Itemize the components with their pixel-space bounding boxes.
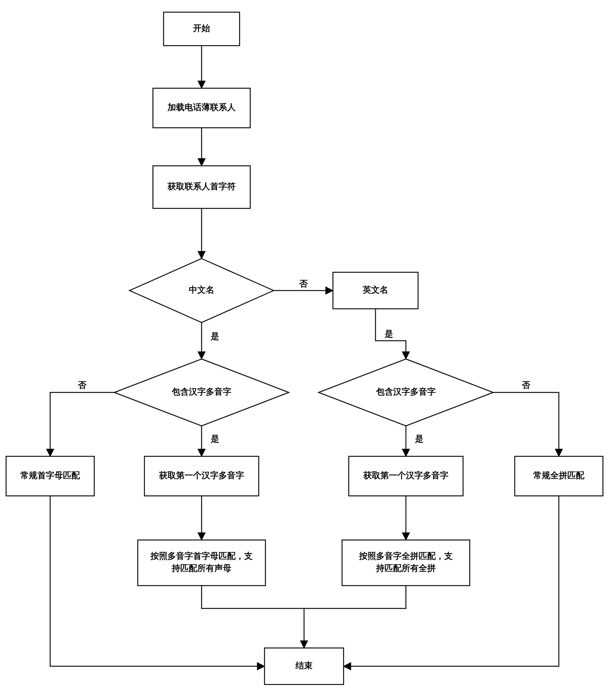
node-reg-full: 常规全拼匹配	[515, 456, 603, 496]
node-reg-initial: 常规首字母匹配	[6, 456, 94, 496]
edge-enname-polyright-label: 是	[384, 329, 393, 339]
node-end: 结束	[264, 648, 344, 684]
node-match-full: 按照多音字全拼匹配，支 持匹配所有全拼	[342, 540, 470, 586]
node-get-poly-left-label: 获取第一个汉字多音字	[159, 471, 244, 480]
node-load-label: 加载电话薄联系人	[167, 103, 236, 112]
node-match-initial-l1: 按照多音字首字母匹配，支	[150, 551, 253, 561]
node-start-label: 开始	[193, 23, 210, 33]
svg-rect-11	[138, 540, 265, 586]
node-get-poly-left: 获取第一个汉字多音字	[144, 456, 259, 496]
edge-polyright-regfull	[493, 392, 559, 456]
edge-polyleft-getpolyleft-label: 是	[210, 434, 219, 444]
node-match-initial: 按照多音字首字母匹配，支 持匹配所有声母	[138, 540, 265, 586]
node-match-full-l1: 按照多音字全拼匹配，支	[359, 551, 453, 561]
node-poly-right-label: 包含汉字多音字	[376, 387, 436, 396]
node-getfirst: 获取联系人首字符	[153, 166, 250, 208]
node-get-poly-right: 获取第一个汉字多音字	[349, 456, 463, 496]
edge-polyright-regfull-label: 否	[521, 380, 530, 390]
svg-rect-12	[342, 540, 470, 586]
node-poly-left: 包含汉字多音字	[114, 359, 289, 426]
node-match-initial-l2: 持匹配所有声母	[172, 563, 231, 573]
node-get-poly-right-label: 获取第一个汉字多音字	[363, 471, 449, 480]
node-cn-name: 中文名	[129, 259, 274, 323]
edge-cnname-polyleft-label: 是	[210, 331, 219, 341]
flowchart-canvas: 开始 加载电话薄联系人 获取联系人首字符 中文名 英文名 包含汉字多音字 包含汉…	[0, 0, 609, 700]
node-poly-left-label: 包含汉字多音字	[172, 387, 231, 396]
node-start: 开始	[163, 12, 240, 46]
edge-polyleft-reginitial	[50, 392, 114, 456]
edge-match-join-bar	[202, 586, 406, 609]
node-load: 加载电话薄联系人	[153, 88, 250, 128]
node-end-label: 结束	[295, 661, 313, 670]
node-en-name-label: 英文名	[362, 285, 388, 294]
node-en-name: 英文名	[333, 272, 418, 309]
node-reg-full-label: 常规全拼匹配	[533, 471, 585, 480]
node-poly-right: 包含汉字多音字	[319, 359, 493, 426]
edge-cnname-enname-label: 否	[299, 279, 308, 288]
edge-polyright-getpolyright-label: 是	[415, 434, 423, 444]
node-getfirst-label: 获取联系人首字符	[167, 182, 236, 191]
node-cn-name-label: 中文名	[189, 285, 214, 294]
edge-polyleft-reginitial-label: 否	[77, 380, 87, 390]
node-match-full-l2: 持匹配所有全拼	[376, 563, 436, 573]
node-reg-initial-label: 常规首字母匹配	[20, 471, 80, 480]
